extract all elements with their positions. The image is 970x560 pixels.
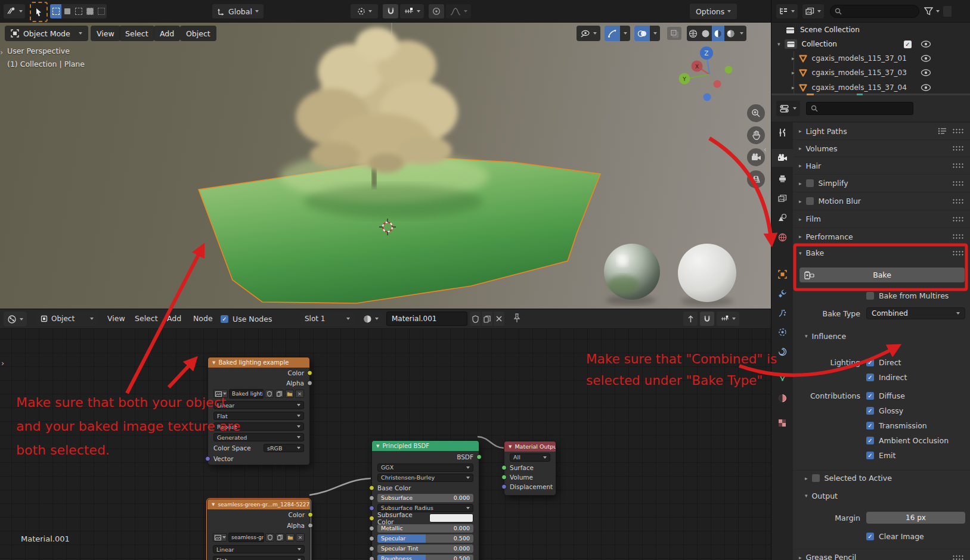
value-slider[interactable]: Subsurface0.000 (377, 494, 473, 502)
outliner-row-scene-collection[interactable]: Scene Collection (771, 23, 970, 37)
outliner-display-mode-dropdown[interactable] (776, 4, 798, 18)
input-socket[interactable] (369, 505, 374, 511)
viewport-menu-view[interactable]: View (91, 26, 120, 41)
viewport-camera-button[interactable] (747, 148, 765, 166)
image-unlink-button[interactable]: × (296, 533, 305, 542)
clear-image-checkbox[interactable] (866, 533, 874, 540)
subpanel-selected-to-active[interactable]: ▸ Selected to Active (793, 470, 970, 486)
image-fake-user-button[interactable] (265, 390, 274, 398)
shader-type-dropdown[interactable]: Object (36, 312, 98, 326)
drag-grip[interactable] (952, 163, 964, 169)
eye-icon[interactable] (921, 55, 931, 62)
simplify-checkbox[interactable] (806, 179, 814, 187)
value-slider[interactable]: Specular Tint0.000 (377, 545, 473, 553)
editor-type-dropdown[interactable] (4, 312, 27, 326)
expand-triangle[interactable]: ▾ (777, 41, 780, 47)
tab-world[interactable] (771, 228, 793, 246)
eye-icon[interactable] (921, 69, 931, 76)
panel-light-paths[interactable]: ▸Light Paths (793, 122, 970, 139)
node-seamless-image-texture[interactable]: ▼seamless-green-gr...m_1284-52275.png Co… (207, 499, 311, 560)
proportional-edit-toggle[interactable] (429, 4, 444, 18)
margin-field[interactable]: 16 px (866, 512, 965, 524)
tab-physics[interactable] (771, 323, 793, 341)
shader-menu-select[interactable]: Select (130, 314, 163, 323)
subsurface-method-dropdown[interactable]: Christensen-Burley (372, 472, 479, 483)
select-mode-invert[interactable] (84, 4, 95, 18)
panel-motion-blur[interactable]: ▸ Motion Blur (793, 192, 970, 210)
shader-menu-add[interactable]: Add (162, 314, 186, 323)
expand-triangle[interactable]: ▸ (792, 70, 795, 76)
value-slider[interactable]: Specular0.500 (377, 534, 473, 543)
panel-simplify[interactable]: ▸ Simplify (793, 174, 970, 192)
bake-type-dropdown[interactable]: Combined (866, 307, 965, 319)
drag-grip[interactable] (952, 555, 964, 560)
drag-grip[interactable] (952, 234, 964, 239)
drag-grip[interactable] (952, 128, 964, 134)
panel-hair[interactable]: ▸Hair (793, 157, 970, 174)
tool-settings-icon[interactable] (4, 4, 25, 18)
drag-grip[interactable] (952, 216, 964, 222)
subpanel-output[interactable]: ▾Output (793, 488, 970, 503)
input-socket[interactable] (369, 546, 374, 551)
image-name-field[interactable]: seamless-green-... (228, 533, 264, 542)
proportional-falloff-dropdown[interactable] (446, 4, 471, 18)
input-socket-volume[interactable] (501, 475, 507, 480)
shading-material-button[interactable] (712, 26, 724, 41)
diffuse-checkbox[interactable] (866, 392, 874, 400)
shader-snap-toggle[interactable] (700, 312, 714, 326)
outliner-search-input[interactable] (830, 5, 919, 18)
go-to-parent-button[interactable] (683, 312, 698, 326)
outliner-overflow-icon[interactable] (943, 6, 952, 17)
projection-dropdown[interactable]: Flat (207, 555, 310, 560)
outliner-row-object[interactable]: ▸ cgaxis_models_115_37_03 (771, 66, 970, 80)
bake-from-multires-checkbox[interactable] (866, 292, 874, 300)
input-socket[interactable] (369, 495, 374, 500)
output-socket-color[interactable] (308, 512, 313, 518)
ambient-occlusion-checkbox[interactable] (866, 437, 874, 444)
viewport-menu-add[interactable]: Add (154, 26, 180, 41)
target-dropdown[interactable]: All (504, 452, 556, 463)
outliner-filter-dropdown[interactable] (924, 7, 940, 15)
use-nodes-checkbox[interactable]: Use Nodes (221, 315, 272, 323)
slot-dropdown[interactable]: Slot 1 (300, 312, 355, 326)
color-swatch[interactable] (429, 514, 473, 522)
transform-orientation-dropdown[interactable]: Global (212, 4, 264, 18)
shader-snap-settings-dropdown[interactable] (717, 312, 739, 326)
emit-checkbox[interactable] (866, 452, 874, 459)
image-copy-button[interactable] (275, 390, 284, 398)
sidebar-collapse-chevron[interactable]: ‹ (764, 145, 767, 154)
tab-texture[interactable] (771, 414, 793, 432)
input-socket[interactable] (369, 556, 374, 560)
output-socket-color[interactable] (307, 370, 312, 375)
shading-wireframe-button[interactable] (687, 26, 699, 41)
output-socket-alpha[interactable] (307, 380, 312, 385)
tab-object[interactable] (771, 265, 793, 283)
object-visibility-dropdown[interactable] (577, 26, 600, 41)
color-space-dropdown[interactable]: sRGB (264, 444, 304, 452)
drag-grip[interactable] (952, 145, 964, 151)
options-dropdown[interactable]: Options (690, 4, 737, 19)
pin-button[interactable] (513, 313, 521, 323)
select-mode-extend[interactable] (61, 4, 73, 18)
viewport-menu-select[interactable]: Select (119, 26, 154, 41)
select-mode-intersect[interactable] (95, 4, 107, 18)
outliner-row-object[interactable]: ▸ cgaxis_models_115_37_01 (771, 51, 970, 66)
image-open-button[interactable] (286, 533, 295, 542)
viewport-zoom-button[interactable] (747, 104, 765, 122)
input-socket[interactable] (369, 515, 374, 521)
axis-y-neg-handle[interactable] (725, 66, 733, 74)
viewport-menu-object[interactable]: Object (180, 26, 216, 41)
tab-view-layer[interactable] (771, 189, 793, 207)
snap-settings-dropdown[interactable] (400, 4, 424, 18)
panel-bake[interactable]: ▾Bake (793, 245, 970, 260)
subpanel-influence[interactable]: ▾Influence (793, 328, 970, 344)
drag-grip[interactable] (952, 250, 964, 256)
mode-dropdown[interactable]: Object Mode (5, 26, 88, 41)
drag-grip[interactable] (952, 181, 964, 186)
navigation-gizmo[interactable]: Z X Y (674, 42, 745, 107)
viewport-move-button[interactable] (747, 126, 765, 144)
image-fake-user-button[interactable] (265, 533, 274, 542)
transmission-checkbox[interactable] (866, 422, 874, 430)
expand-triangle[interactable]: ▸ (792, 55, 795, 61)
overlays-dropdown[interactable] (634, 26, 660, 41)
